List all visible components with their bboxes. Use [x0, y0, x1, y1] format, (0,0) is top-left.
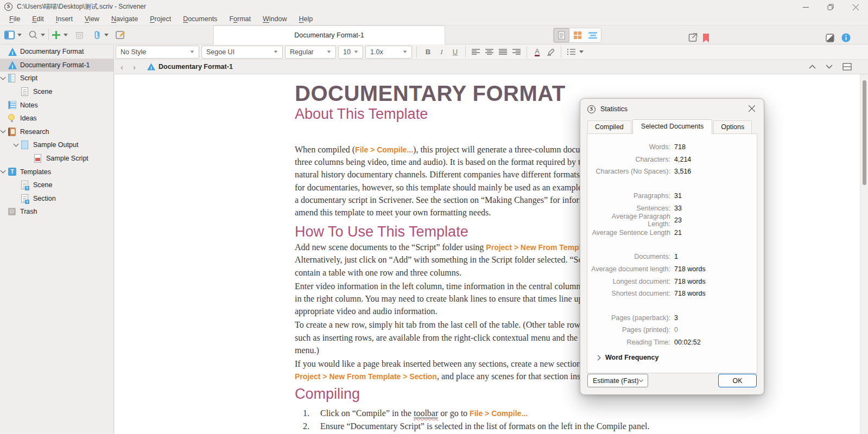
attach-file-button[interactable] [93, 27, 102, 42]
menu-documents[interactable]: Documents [177, 14, 223, 24]
previous-document-button[interactable] [809, 65, 816, 69]
binder-item-documentary-format[interactable]: Documentary Format [0, 45, 113, 59]
menu-view[interactable]: View [79, 14, 105, 24]
italic-button[interactable]: I [435, 46, 448, 59]
word-frequency-expander[interactable]: Word Frequency [587, 354, 757, 361]
stat-label: Paragraphs: [587, 192, 674, 200]
stat-label: Pages (paperback): [587, 314, 674, 322]
style-select[interactable]: No Style [116, 46, 199, 59]
bold-button[interactable]: B [421, 46, 435, 59]
binder-item-templates[interactable]: Templates [0, 165, 113, 178]
align-center-button[interactable] [483, 46, 496, 59]
attach-dropdown-caret[interactable] [104, 34, 109, 36]
binder-item-script[interactable]: Script [0, 72, 113, 85]
binder-item-scene[interactable]: Scene [0, 85, 113, 99]
close-button[interactable] [843, 0, 868, 14]
share-button[interactable] [688, 30, 698, 45]
binder-item-trash[interactable]: Trash [0, 205, 113, 219]
menu-format[interactable]: Format [223, 14, 257, 24]
inline-link[interactable]: File > Compile... [355, 145, 413, 154]
next-document-button[interactable] [826, 65, 833, 69]
editor-scrollbar[interactable] [860, 74, 868, 434]
font-weight-select[interactable]: Regular [285, 46, 336, 59]
search-button[interactable] [28, 27, 38, 42]
inline-styled-text: V [85, 15, 89, 23]
statistics-rows: Words:718Characters:4,214Characters (No … [587, 141, 757, 348]
binder-item-section[interactable]: Section [0, 192, 113, 206]
menu-help[interactable]: Help [293, 14, 319, 24]
underline-button[interactable]: U [448, 46, 462, 59]
view-mode-outline-button[interactable] [585, 28, 601, 42]
inspector-toggle-button[interactable] [841, 30, 851, 45]
inline-link[interactable]: File > Compile... [470, 409, 528, 418]
line-spacing-select[interactable]: 1.0x [365, 46, 412, 59]
binder-item-notes[interactable]: Notes [0, 98, 113, 112]
binder-item-documentary-format-1[interactable]: Documentary Format-1 [0, 59, 113, 72]
stat-label: Characters: [587, 156, 674, 163]
dialog-tab-options[interactable]: Options [713, 120, 752, 133]
dialog-tab-selected-documents[interactable]: Selected Documents [632, 119, 712, 134]
align-right-icon [512, 48, 521, 55]
menu-window[interactable]: Window [257, 14, 293, 24]
binder-item-research[interactable]: Research [0, 125, 113, 139]
pdf-icon [34, 154, 41, 163]
search-dropdown-caret[interactable] [41, 34, 45, 36]
text-line: three columns being video, time and audi… [295, 156, 860, 168]
binder-item-sample-script[interactable]: Sample Script [0, 152, 113, 165]
add-item-button[interactable] [52, 27, 60, 42]
list-button[interactable] [565, 46, 578, 59]
binder-item-ideas[interactable]: Ideas [0, 112, 113, 125]
inline-styled-text: D [183, 15, 188, 23]
close-icon [853, 4, 859, 10]
menu-edit[interactable]: Edit [26, 14, 50, 24]
text-color-button[interactable]: A [530, 46, 544, 59]
stat-value: 0 [674, 326, 678, 334]
menu-navigate[interactable]: Navigate [105, 14, 144, 24]
outline-view-icon [588, 31, 598, 39]
history-forward-button[interactable]: › [128, 62, 141, 72]
highlight-button[interactable] [544, 46, 557, 59]
add-dropdown-caret[interactable] [64, 34, 68, 36]
move-to-trash-button[interactable] [75, 27, 84, 42]
dialog-close-button[interactable] [746, 103, 757, 114]
estimate-method-select[interactable]: Estimate (Fast) [587, 374, 648, 387]
justify-button[interactable] [496, 46, 510, 59]
binder-toggle-button[interactable] [4, 27, 15, 42]
align-left-button[interactable] [469, 46, 483, 59]
dialog-tab-compiled[interactable]: Compiled [587, 120, 631, 133]
list-dropdown-caret[interactable] [579, 50, 584, 53]
menu-insert[interactable]: Insert [50, 14, 79, 24]
scrollbar-thumb[interactable] [863, 80, 866, 185]
font-family-select[interactable]: Segoe UI [201, 46, 283, 59]
view-mode-document-button[interactable] [554, 28, 569, 42]
stat-label: Average document length: [587, 265, 674, 273]
font-size-select[interactable]: 10 [338, 46, 363, 59]
binder-item-label: Sample Script [0, 155, 88, 162]
inline-link[interactable]: Project > New From Template > Section [295, 372, 437, 381]
minimize-button[interactable] [793, 0, 818, 14]
history-back-button[interactable]: ‹ [116, 62, 128, 72]
binder-item-sample-output[interactable]: Sample Output [0, 138, 113, 152]
view-mode-corkboard-button[interactable] [569, 28, 585, 42]
bookmark-button[interactable] [702, 30, 709, 46]
stat-label: Words: [587, 143, 674, 151]
bulb-icon [8, 114, 15, 120]
menu-file[interactable]: File [3, 14, 26, 24]
binder-item-label: Trash [0, 208, 37, 215]
dialog-footer: Estimate (Fast) OK [587, 374, 757, 387]
compose-button[interactable] [116, 27, 125, 42]
list-number: 1. [303, 407, 309, 419]
binder-dropdown-caret[interactable] [17, 34, 22, 36]
document-tab[interactable]: Documentary Format-1 [213, 25, 445, 44]
page-script-icon [8, 74, 15, 82]
restore-button[interactable] [818, 0, 843, 14]
text-line: such as inserting rows, are available fr… [295, 331, 860, 344]
list-icon [567, 48, 575, 55]
menu-project[interactable]: Project [144, 14, 177, 24]
ok-button[interactable]: OK [718, 374, 757, 387]
binder-item-scene[interactable]: Scene [0, 178, 113, 192]
split-editor-button[interactable] [842, 63, 852, 71]
inline-styled-text: N [111, 15, 116, 23]
align-right-button[interactable] [510, 46, 523, 59]
compose-mode-button[interactable] [826, 30, 834, 46]
